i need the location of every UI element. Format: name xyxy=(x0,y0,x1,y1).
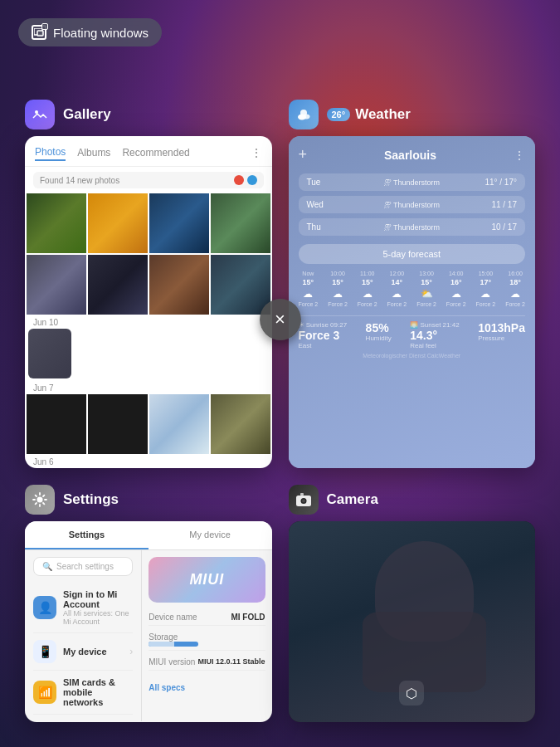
camera-card: Camera ⬡ xyxy=(289,485,536,722)
svg-point-6 xyxy=(302,115,309,120)
device-name-label: Device name xyxy=(149,613,197,622)
weather-disclaimer: Meteorologischer Dienst CalcWeather xyxy=(299,353,526,359)
weather-day-1-temp: 11° / 17° xyxy=(465,178,517,187)
gallery-window[interactable]: Photos Albums Recommended ⋮ Found 14 new… xyxy=(25,136,272,468)
miui-version-value: MIUI 12.0.11 Stable xyxy=(197,657,265,666)
gallery-special-row xyxy=(25,329,272,380)
weather-day-3: Thu ⛈ Thunderstorm 10 / 17 xyxy=(299,218,526,236)
weather-hour-4: 13:00 15° ⛅ Force 2 xyxy=(416,271,436,307)
miui-logo: MIUI xyxy=(149,557,265,603)
all-specs-link[interactable]: All specs xyxy=(149,683,185,692)
weather-wind-label: East xyxy=(299,342,348,349)
weather-day-2-temp: 11 / 17 xyxy=(465,200,517,209)
app-grid: Gallery Photos Albums Recommended ⋮ Foun… xyxy=(0,83,560,747)
weather-sunrise-label: ☀ Sunrise 09:27 xyxy=(299,321,348,329)
weather-hour-5-wind: Force 2 xyxy=(446,301,466,307)
weather-window[interactable]: + Saarlouis ⋮ Tue ⛈ Thunderstorm 11° / 1… xyxy=(289,136,536,468)
weather-add-icon[interactable]: + xyxy=(299,146,308,164)
gallery-photo-1[interactable] xyxy=(27,193,86,253)
weather-sunrise: ☀ Sunrise 09:27 Force 3 East xyxy=(299,321,348,349)
weather-cloud-1: ☁ xyxy=(303,288,313,300)
gallery-photo-7[interactable] xyxy=(149,255,209,315)
weather-hour-1: 10:00 15° ☁ Force 2 xyxy=(328,271,348,307)
gallery-photo-dark-2[interactable] xyxy=(88,394,148,454)
weather-day-2: Wed ⛈ Thunderstorm 11 / 17 xyxy=(299,196,526,213)
floating-windows-icon xyxy=(32,25,46,40)
weather-hour-2: 11:00 15° ☁ Force 2 xyxy=(358,271,377,307)
floating-windows-badge[interactable]: Floating windows xyxy=(18,18,162,46)
gallery-photo-5[interactable] xyxy=(27,255,86,315)
weather-hour-4-temp: 15° xyxy=(421,278,432,286)
my-device-arrow: › xyxy=(129,646,133,657)
settings-tabs: Settings My device xyxy=(25,521,272,550)
miui-version-label: MIUI version xyxy=(149,657,195,666)
mi-account-icon: 👤 xyxy=(33,596,56,619)
weather-hour-now-time: Now xyxy=(302,271,314,276)
gallery-tab-albums[interactable]: Albums xyxy=(77,145,110,160)
weather-hour-5-time: 14:00 xyxy=(449,271,464,276)
weather-day-3-temp: 10 / 17 xyxy=(465,222,517,232)
storage-row: Storage xyxy=(149,629,265,651)
settings-tab-mydevice[interactable]: My device xyxy=(149,521,272,549)
camera-icon xyxy=(289,485,319,515)
weather-hour-5: 14:00 16° ☁ Force 2 xyxy=(446,271,466,307)
weather-stats-row: ☀ Sunrise 09:27 Force 3 East 85% Humidit… xyxy=(299,315,526,349)
weather-5day-btn[interactable]: 5-day forecast xyxy=(299,244,526,264)
gallery-photo-6[interactable] xyxy=(88,255,148,315)
weather-hour-2-time: 11:00 xyxy=(360,271,375,276)
svg-point-10 xyxy=(302,499,305,502)
settings-tab-settings[interactable]: Settings xyxy=(25,521,149,549)
gallery-photo-3[interactable] xyxy=(149,193,209,253)
gallery-header: Gallery xyxy=(25,100,272,129)
close-button[interactable]: × xyxy=(260,299,301,340)
weather-cloud-4: ☁ xyxy=(392,288,402,300)
gallery-date-3: Jun 6 xyxy=(25,454,272,468)
weather-badge-group: 26° Weather xyxy=(327,106,411,123)
gallery-photo-2[interactable] xyxy=(88,193,148,253)
weather-hour-2-wind: Force 2 xyxy=(358,301,377,307)
gallery-search[interactable]: Found 14 new photos xyxy=(33,172,264,188)
settings-window[interactable]: Settings My device 🔍 Search settings 👤 S… xyxy=(25,521,272,722)
weather-hour-3-time: 12:00 xyxy=(390,271,405,276)
settings-item-sim[interactable]: 📶 SIM cards & mobile networks xyxy=(33,671,133,715)
gallery-photo-8[interactable] xyxy=(211,255,270,315)
storage-fill xyxy=(149,642,174,647)
weather-more-icon[interactable]: ⋮ xyxy=(514,149,525,162)
weather-hourly: Now 15° ☁ Force 2 10:00 15° ☁ Force 2 11… xyxy=(299,271,526,307)
gallery-tab-photos[interactable]: Photos xyxy=(35,144,66,161)
weather-wind-stat: Force 3 xyxy=(299,329,348,342)
sim-icon: 📶 xyxy=(33,681,56,704)
settings-body: 🔍 Search settings 👤 Sign in to Mi Accoun… xyxy=(25,550,272,721)
my-device-info: Device name MI FOLD Storage xyxy=(149,609,265,694)
weather-hour-4-time: 13:00 xyxy=(419,271,434,276)
settings-search[interactable]: 🔍 Search settings xyxy=(33,557,133,576)
miui-text: MIUI xyxy=(189,571,224,588)
weather-humidity-label: Humidity xyxy=(366,334,392,342)
gallery-photo-baby[interactable] xyxy=(149,394,209,454)
weather-hour-7-wind: Force 2 xyxy=(505,301,525,307)
gallery-photo-9[interactable] xyxy=(211,394,270,454)
miui-version-row: MIUI version MIUI 12.0.11 Stable xyxy=(149,654,265,671)
weather-hour-3-temp: 14° xyxy=(392,278,403,286)
camera-window[interactable]: ⬡ xyxy=(289,521,536,722)
gallery-portrait-photo[interactable] xyxy=(28,329,71,378)
gallery-tab-recommended[interactable]: Recommended xyxy=(122,145,189,160)
mi-account-title: Sign in to Mi Account xyxy=(63,589,133,609)
svg-rect-1 xyxy=(37,31,43,36)
settings-item-my-device[interactable]: 📱 My device › xyxy=(33,633,133,671)
weather-realfeel-label: Real feel xyxy=(410,342,459,349)
weather-hour-now-wind: Force 2 xyxy=(299,301,319,307)
weather-cloud-2: ☁ xyxy=(333,288,343,300)
weather-hour-3: 12:00 14° ☁ Force 2 xyxy=(387,271,407,307)
weather-hour-6-wind: Force 2 xyxy=(476,301,496,307)
weather-card: 26° Weather + Saarlouis ⋮ Tue ⛈ Thunders… xyxy=(289,100,536,468)
settings-card: Settings Settings My device 🔍 Search set… xyxy=(25,485,272,722)
weather-hour-1-time: 10:00 xyxy=(330,271,345,276)
weather-humidity-value: 85% xyxy=(366,321,392,334)
settings-item-mi-account[interactable]: 👤 Sign in to Mi Account All Mi services:… xyxy=(33,583,133,633)
weather-pressure-stat: 1013hPa Pressure xyxy=(478,321,525,342)
gallery-photo-dark[interactable] xyxy=(27,394,86,454)
weather-hour-3-wind: Force 2 xyxy=(387,301,407,307)
gallery-more-icon[interactable]: ⋮ xyxy=(251,146,262,159)
gallery-photo-4[interactable] xyxy=(211,193,270,253)
